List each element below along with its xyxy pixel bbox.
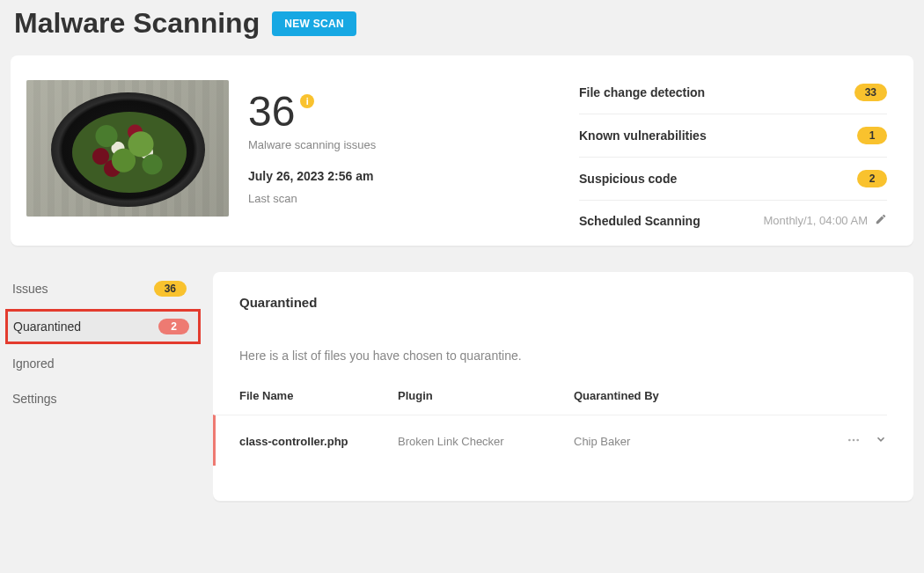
col-header-by: Quarantined By <box>574 389 834 402</box>
scheduled-value: Monthly/1, 04:00 AM <box>763 214 868 227</box>
sidebar-badge: 36 <box>154 281 187 297</box>
stat-label: Known vulnerabilities <box>579 129 707 143</box>
sidebar-item-quarantined[interactable]: Quarantined 2 <box>5 309 201 344</box>
sidebar-item-label: Issues <box>12 282 48 296</box>
info-icon[interactable]: i <box>300 94 314 108</box>
cell-plugin: Broken Link Checker <box>398 435 574 448</box>
last-scan-date: July 26, 2023 2:56 am <box>248 169 376 183</box>
stat-row-file-change[interactable]: File change detection 33 <box>579 80 887 114</box>
new-scan-button[interactable]: NEW SCAN <box>272 11 356 36</box>
issue-count-label: Malware scanning issues <box>248 138 376 151</box>
sidebar-item-label: Ignored <box>12 356 54 371</box>
sidebar-item-label: Settings <box>12 392 57 406</box>
overview-card: 36 i Malware scanning issues July 26, 20… <box>11 55 913 246</box>
stat-row-suspicious[interactable]: Suspicious code 2 <box>579 158 887 201</box>
stat-badge: 33 <box>854 84 887 101</box>
stat-label: Suspicious code <box>579 172 677 186</box>
page-header: Malware Scanning NEW SCAN <box>11 0 913 55</box>
table-header: File Name Plugin Quarantined By <box>239 389 887 415</box>
panel-description: Here is a list of files you have chosen … <box>239 349 887 363</box>
svg-point-1 <box>853 439 855 442</box>
pencil-icon[interactable] <box>875 213 887 228</box>
stat-badge: 1 <box>857 127 887 144</box>
stat-label: File change detection <box>579 85 705 99</box>
quarantined-panel: Quarantined Here is a list of files you … <box>213 272 913 501</box>
svg-point-2 <box>856 439 859 442</box>
scheduled-scanning-row: Scheduled Scanning Monthly/1, 04:00 AM <box>579 201 887 228</box>
sidebar-item-settings[interactable]: Settings <box>11 383 195 415</box>
sidebar: Issues 36 Quarantined 2 Ignored Settings <box>11 272 195 415</box>
sidebar-badge: 2 <box>158 319 189 334</box>
scheduled-label: Scheduled Scanning <box>579 214 700 228</box>
site-thumbnail <box>26 80 229 217</box>
col-header-file: File Name <box>239 389 398 402</box>
panel-title: Quarantined <box>239 295 887 310</box>
last-scan-label: Last scan <box>248 192 376 205</box>
sidebar-item-ignored[interactable]: Ignored <box>11 348 195 379</box>
svg-point-0 <box>848 439 851 442</box>
chevron-down-icon[interactable] <box>875 433 887 450</box>
stat-badge: 2 <box>857 170 887 187</box>
issue-count: 36 <box>248 91 295 133</box>
sidebar-item-label: Quarantined <box>13 320 81 334</box>
cell-by: Chip Baker <box>574 435 834 448</box>
stat-row-vulnerabilities[interactable]: Known vulnerabilities 1 <box>579 114 887 158</box>
col-header-plugin: Plugin <box>398 389 574 402</box>
cell-file: class-controller.php <box>239 435 398 448</box>
page-title: Malware Scanning <box>14 7 260 40</box>
table-row[interactable]: class-controller.php Broken Link Checker… <box>213 415 887 466</box>
sidebar-item-issues[interactable]: Issues 36 <box>11 272 195 305</box>
more-icon[interactable] <box>847 433 861 450</box>
